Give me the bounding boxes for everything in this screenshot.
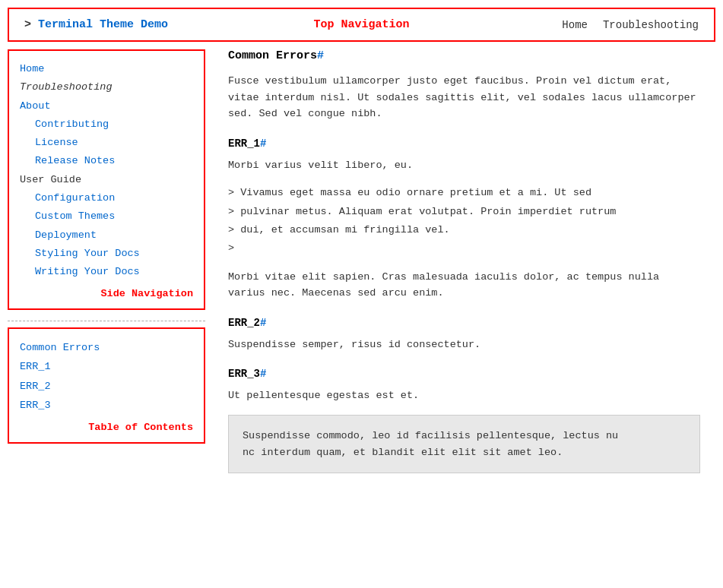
toc-err2[interactable]: ERR_2 [20,377,193,397]
sidenav-styling[interactable]: Styling Your Docs [20,245,193,263]
brand-logo[interactable]: > Terminal Theme Demo [24,18,168,31]
content-err3-heading: ERR_3# [228,368,700,380]
content-err1-blockquote: > Vivamus eget massa eu odio ornare pret… [228,184,700,258]
table-of-contents: Common Errors ERR_1 ERR_2 ERR_3 Table of… [8,327,205,444]
content-err1-after: Morbi vitae elit sapien. Cras malesuada … [228,269,700,302]
err2-anchor[interactable]: # [260,317,266,329]
toc-label: Table of Contents [20,422,193,433]
codeblock-text: Suspendisse commodo, leo id facilisis pe… [243,430,618,458]
toc-err1[interactable]: ERR_1 [20,357,193,377]
err1-anchor[interactable]: # [260,138,266,150]
sidenav-deployment[interactable]: Deployment [20,226,193,245]
top-navigation: > Terminal Theme Demo Top Navigation Hom… [8,8,715,42]
sidenav-home[interactable]: Home [20,60,193,78]
sidenav-label: Side Navigation [20,288,193,299]
top-nav-label: Top Navigation [313,18,409,31]
content-codeblock: Suspendisse commodo, leo id facilisis pe… [228,415,700,473]
top-nav-troubleshooting[interactable]: Troubleshooting [603,19,699,31]
sidenav-writing[interactable]: Writing Your Docs [20,263,193,281]
brand-caret: > [24,18,38,31]
content-intro: Fusce vestibulum ullamcorper justo eget … [228,73,700,122]
sidenav-release-notes[interactable]: Release Notes [20,152,193,170]
content-err1-body: Morbi varius velit libero, eu. [228,157,700,174]
content-err2-body: Suspendisse semper, risus id consectetur… [228,337,700,353]
sidenav-license[interactable]: License [20,134,193,152]
top-nav-links: Home Troubleshooting [562,19,699,31]
top-nav-home[interactable]: Home [562,19,588,31]
err3-anchor[interactable]: # [260,368,266,380]
content-err2-heading: ERR_2# [228,317,700,329]
sidenav-user-guide-header: User Guide [20,171,193,189]
sidenav-custom-themes[interactable]: Custom Themes [20,207,193,226]
brand-name: Terminal Theme Demo [38,18,168,31]
content-err1-heading: ERR_1# [228,138,700,150]
toc-common-errors[interactable]: Common Errors [20,338,193,358]
toc-err3[interactable]: ERR_3 [20,396,193,416]
content-title: Common Errors# [228,49,700,62]
main-layout: Home Troubleshooting About Contributing … [8,49,715,488]
sidenav-about[interactable]: About [20,97,193,115]
side-navigation: Home Troubleshooting About Contributing … [8,49,205,310]
left-column: Home Troubleshooting About Contributing … [8,49,205,488]
side-divider [8,321,205,321]
content-area: Common Errors# Fusce vestibulum ullamcor… [205,49,715,488]
sidenav-configuration[interactable]: Configuration [20,189,193,207]
content-title-anchor[interactable]: # [317,49,324,62]
sidenav-contributing[interactable]: Contributing [20,115,193,134]
content-err3-body: Ut pellentesque egestas est et. [228,387,700,404]
sidenav-troubleshooting: Troubleshooting [20,78,193,96]
